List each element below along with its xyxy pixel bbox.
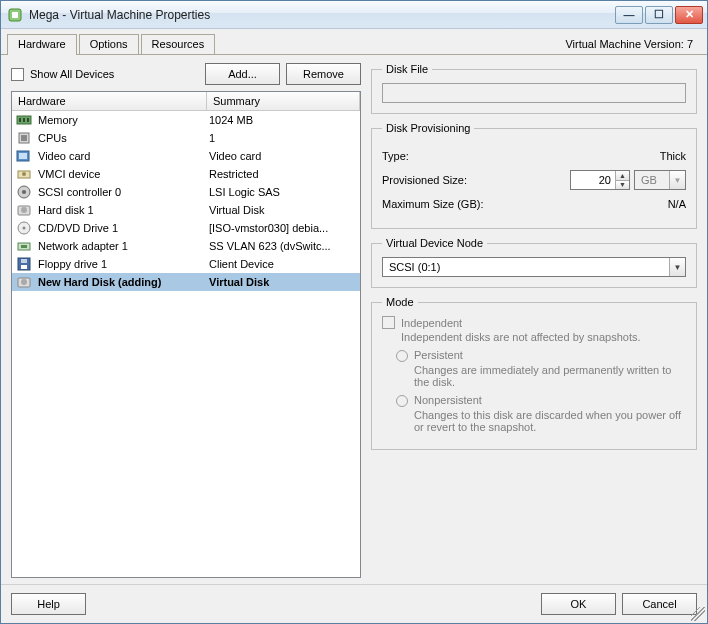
svg-rect-4: [23, 118, 25, 122]
nonpersistent-radio: Nonpersistent: [396, 394, 686, 407]
minimize-button[interactable]: —: [615, 6, 643, 24]
nonpersistent-label: Nonpersistent: [414, 394, 482, 406]
ok-button[interactable]: OK: [541, 593, 616, 615]
provisioned-size-input[interactable]: [571, 171, 615, 189]
vmci-icon: [16, 166, 32, 182]
independent-label: Independent: [401, 317, 462, 329]
independent-checkbox: Independent: [382, 316, 686, 329]
device-summary: LSI Logic SAS: [207, 186, 360, 198]
table-row[interactable]: CD/DVD Drive 1[ISO-vmstor030] debia...: [12, 219, 360, 237]
cancel-button[interactable]: Cancel: [622, 593, 697, 615]
table-row[interactable]: Hard disk 1Virtual Disk: [12, 201, 360, 219]
window-title: Mega - Virtual Machine Properties: [29, 8, 613, 22]
hdd-icon: [16, 274, 32, 290]
device-summary: Client Device: [207, 258, 360, 270]
svg-rect-19: [21, 245, 27, 248]
footer: Help OK Cancel: [1, 584, 707, 623]
table-row[interactable]: VMCI deviceRestricted: [12, 165, 360, 183]
provisioned-size-stepper[interactable]: ▲▼: [570, 170, 630, 190]
cd-icon: [16, 220, 32, 236]
column-hardware[interactable]: Hardware: [12, 92, 207, 110]
svg-point-15: [21, 207, 27, 213]
svg-point-13: [22, 190, 26, 194]
mode-legend: Mode: [382, 296, 418, 308]
device-name: Memory: [38, 114, 78, 126]
virtual-device-node-group: Virtual Device Node SCSI (0:1) ▼: [371, 237, 697, 288]
svg-rect-1: [12, 12, 18, 18]
provisioned-size-label: Provisioned Size:: [382, 174, 570, 186]
device-name: SCSI controller 0: [38, 186, 121, 198]
svg-point-24: [21, 279, 27, 285]
table-row[interactable]: Video cardVideo card: [12, 147, 360, 165]
device-name: Network adapter 1: [38, 240, 128, 252]
show-all-devices-checkbox[interactable]: Show All Devices: [11, 68, 114, 81]
independent-desc: Independent disks are not affected by sn…: [401, 331, 686, 343]
type-label: Type:: [382, 150, 660, 162]
tab-resources[interactable]: Resources: [141, 34, 216, 54]
device-summary: Video card: [207, 150, 360, 162]
maximize-button[interactable]: ☐: [645, 6, 673, 24]
svg-rect-21: [21, 259, 27, 263]
disk-file-field: [382, 83, 686, 103]
device-summary: Virtual Disk: [207, 276, 360, 288]
disk-provisioning-legend: Disk Provisioning: [382, 122, 474, 134]
provisioned-size-unit-combo: GB ▼: [634, 170, 686, 190]
checkbox-box-icon: [382, 316, 395, 329]
nonpersistent-desc: Changes to this disk are discarded when …: [414, 409, 686, 433]
nic-icon: [16, 238, 32, 254]
tab-strip: Hardware Options Resources Virtual Machi…: [1, 29, 707, 55]
app-icon: [7, 7, 23, 23]
maximum-size-value: N/A: [668, 198, 686, 210]
checkbox-box-icon: [11, 68, 24, 81]
svg-point-17: [23, 227, 26, 230]
add-button[interactable]: Add...: [205, 63, 280, 85]
disk-file-group: Disk File: [371, 63, 697, 114]
listview-header: Hardware Summary: [12, 92, 360, 111]
maximum-size-label: Maximum Size (GB):: [382, 198, 668, 210]
svg-rect-7: [21, 135, 27, 141]
disk-provisioning-group: Disk Provisioning Type: Thick Provisione…: [371, 122, 697, 229]
resize-grip-icon[interactable]: [691, 607, 705, 621]
stepper-arrows[interactable]: ▲▼: [615, 171, 629, 189]
device-name: Floppy drive 1: [38, 258, 107, 270]
table-row[interactable]: New Hard Disk (adding)Virtual Disk: [12, 273, 360, 291]
memory-icon: [16, 112, 32, 128]
device-summary: SS VLAN 623 (dvSwitc...: [207, 240, 360, 252]
device-summary: [ISO-vmstor030] debia...: [207, 222, 360, 234]
left-column: Show All Devices Add... Remove Hardware …: [11, 63, 361, 578]
type-value: Thick: [660, 150, 686, 162]
virtual-device-node-value: SCSI (0:1): [383, 261, 669, 273]
table-row[interactable]: SCSI controller 0LSI Logic SAS: [12, 183, 360, 201]
radio-dot-icon: [396, 395, 408, 407]
hardware-listview[interactable]: Hardware Summary Memory1024 MBCPUs1Video…: [11, 91, 361, 578]
persistent-label: Persistent: [414, 349, 463, 361]
titlebar: Mega - Virtual Machine Properties — ☐ ✕: [1, 1, 707, 29]
device-name: CD/DVD Drive 1: [38, 222, 118, 234]
column-summary[interactable]: Summary: [207, 92, 360, 110]
persistent-desc: Changes are immediately and permanently …: [414, 364, 686, 388]
svg-rect-22: [21, 265, 27, 269]
hdd-icon: [16, 202, 32, 218]
svg-rect-5: [27, 118, 29, 122]
vm-version-label: Virtual Machine Version: 7: [557, 34, 701, 54]
device-name: CPUs: [38, 132, 67, 144]
tab-options[interactable]: Options: [79, 34, 139, 54]
provisioned-size-unit: GB: [635, 174, 669, 186]
table-row[interactable]: CPUs1: [12, 129, 360, 147]
device-summary: Virtual Disk: [207, 204, 360, 216]
floppy-icon: [16, 256, 32, 272]
chevron-down-icon: ▼: [669, 171, 685, 189]
table-row[interactable]: Floppy drive 1Client Device: [12, 255, 360, 273]
chevron-down-icon[interactable]: ▼: [669, 258, 685, 276]
virtual-device-node-combo[interactable]: SCSI (0:1) ▼: [382, 257, 686, 277]
table-row[interactable]: Memory1024 MB: [12, 111, 360, 129]
tab-hardware[interactable]: Hardware: [7, 34, 77, 55]
close-button[interactable]: ✕: [675, 6, 703, 24]
table-row[interactable]: Network adapter 1SS VLAN 623 (dvSwitc...: [12, 237, 360, 255]
cpu-icon: [16, 130, 32, 146]
svg-rect-3: [19, 118, 21, 122]
device-name: Hard disk 1: [38, 204, 94, 216]
device-summary: 1024 MB: [207, 114, 360, 126]
remove-button[interactable]: Remove: [286, 63, 361, 85]
help-button[interactable]: Help: [11, 593, 86, 615]
